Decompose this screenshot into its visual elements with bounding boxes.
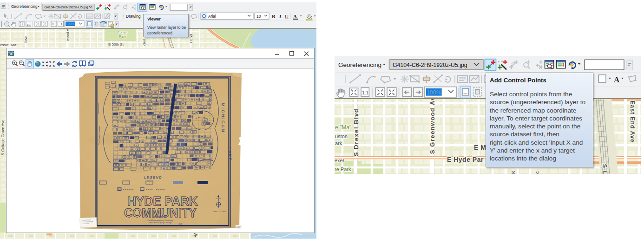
svg-text:ark: ark (335, 140, 342, 146)
svg-text:1930: 1930 (178, 223, 182, 225)
svg-text:E 50th St: E 50th St (108, 42, 124, 47)
svg-text:The University of Chicago: The University of Chicago (149, 221, 172, 224)
svg-text:G4104-C6-2H9-1920z-U5.jpg: G4104-C6-2H9-1920z-U5.jpg (393, 62, 467, 68)
svg-text:essie "Ma": essie "Ma" (0, 43, 18, 47)
svg-text:e "Ma": e "Ma" (335, 124, 351, 131)
svg-text:S Greenwood Av: S Greenwood Av (429, 99, 436, 154)
svg-text:K: K (511, 170, 516, 174)
svg-text:A: A (293, 13, 297, 19)
svg-text:S Drexel Blvd: S Drexel Blvd (353, 108, 360, 156)
svg-text:Georeferencing: Georeferencing (338, 61, 381, 68)
svg-text:re Park: re Park (335, 167, 351, 172)
svg-text:Arial: Arial (208, 14, 216, 19)
svg-text:S La: S La (601, 164, 609, 174)
svg-text:t End: t End (189, 34, 193, 43)
svg-text:A: A (614, 75, 620, 84)
svg-text:Comm: Comm (117, 30, 127, 34)
svg-text:LEGEND: LEGEND (144, 175, 162, 180)
svg-text:Park: Park (119, 34, 126, 39)
svg-text:The Department of Sociology: The Department of Sociology (147, 219, 174, 221)
svg-text:c: c (534, 171, 540, 174)
svg-text:1:1: 1:1 (26, 23, 31, 26)
svg-text:uston: uston (335, 133, 348, 139)
svg-text:10: 10 (256, 14, 261, 19)
svg-text:Georeferencing: Georeferencing (11, 5, 38, 9)
svg-text:100%: 100% (66, 22, 75, 26)
svg-text:Prepared By: Prepared By (154, 215, 167, 218)
svg-text:E Hyde Par: E Hyde Par (447, 156, 484, 163)
svg-text:exel: exel (335, 158, 344, 163)
svg-text:Blvd: Blvd (24, 35, 28, 43)
svg-text:U: U (285, 13, 289, 19)
svg-text:wood Av: wood Av (66, 29, 70, 41)
svg-text:E M: E M (474, 144, 486, 151)
svg-text:Scale 3"= 1 Mile: Scale 3"= 1 Mile (213, 210, 226, 213)
svg-text:100%: 100% (427, 89, 441, 96)
svg-text:Drawing: Drawing (126, 14, 141, 19)
svg-text:East End Ave: East End Ave (629, 100, 636, 143)
svg-text:B: B (272, 13, 276, 19)
svg-text:G4104-C6-2H9-1920z-U5.jpg: G4104-C6-2H9-1920z-U5.jpg (45, 5, 88, 9)
svg-text:S Cottage Grove Ave: S Cottage Grove Ave (1, 120, 5, 155)
svg-text:ckst: ckst (142, 39, 146, 46)
svg-text:MICHIGAN: MICHIGAN (221, 103, 225, 133)
svg-text:LAKE: LAKE (228, 147, 232, 161)
svg-text:I: I (279, 13, 282, 19)
svg-text:1:1: 1:1 (362, 90, 368, 95)
